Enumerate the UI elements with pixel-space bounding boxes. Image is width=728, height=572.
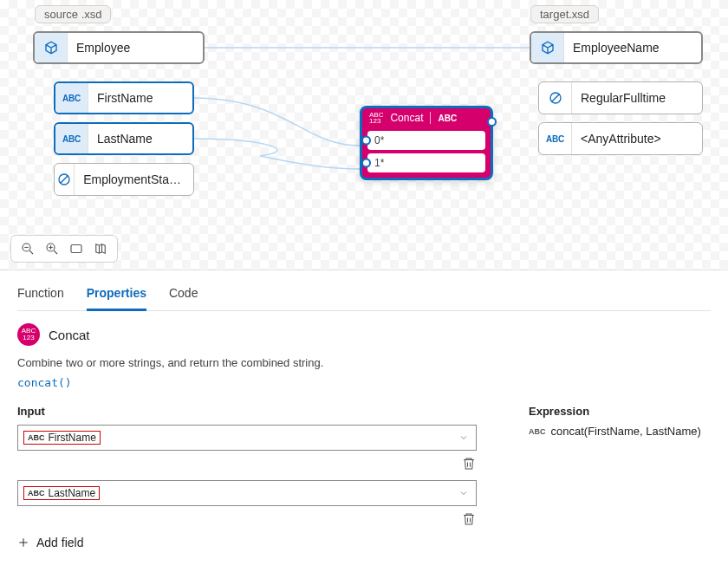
input-token: ABCFirstName <box>23 431 101 445</box>
tabs: Function Properties Code <box>17 281 711 311</box>
tab-properties[interactable]: Properties <box>87 281 146 311</box>
prohibited-icon <box>539 82 572 114</box>
tab-code[interactable]: Code <box>169 281 198 310</box>
plus-icon <box>17 536 29 549</box>
svg-rect-12 <box>71 245 81 253</box>
expression-value: ABC concat(FirstName, LastName) <box>529 425 711 438</box>
fit-view-button[interactable] <box>68 241 84 257</box>
mapping-canvas[interactable]: source .xsd target.xsd Employee ABC Firs… <box>0 0 728 270</box>
input-port[interactable] <box>361 136 371 146</box>
node-label: Employee <box>76 41 130 55</box>
minimap-button[interactable] <box>93 241 108 257</box>
input-select-0[interactable]: ABCFirstName <box>17 425 477 451</box>
inputs-heading: Input <box>17 405 477 418</box>
abc-icon: ABC <box>529 427 546 436</box>
add-field-button[interactable]: Add field <box>17 536 477 549</box>
abc-icon: ABC <box>55 124 88 153</box>
node-label: <AnyAttribute> <box>581 132 661 146</box>
delete-input-button[interactable] <box>461 511 477 527</box>
svg-line-4 <box>551 94 559 102</box>
function-node-concat[interactable]: ABC123 Concat ABC 0* 1* <box>360 106 493 180</box>
output-port[interactable] <box>487 117 497 127</box>
source-field-employmentstatus[interactable]: EmploymentSta… <box>54 163 194 196</box>
input-token: ABCLastName <box>23 486 100 500</box>
zoom-in-button[interactable] <box>44 241 60 257</box>
function-title: Concat <box>390 112 423 124</box>
prohibited-icon <box>55 164 75 195</box>
abc123-icon: ABC123 <box>369 112 383 124</box>
chevron-down-icon <box>458 488 469 498</box>
zoom-out-button[interactable] <box>20 241 36 257</box>
input-select-1[interactable]: ABCLastName <box>17 480 477 506</box>
delete-input-button[interactable] <box>461 456 477 471</box>
abc-icon: ABC <box>55 83 88 113</box>
source-field-firstname[interactable]: ABC FirstName <box>54 81 194 114</box>
function-description: Combine two or more strings, and return … <box>17 356 711 369</box>
source-schema-chip: source .xsd <box>35 5 111 23</box>
function-input-0[interactable]: 0* <box>367 131 485 150</box>
target-schema-chip: target.xsd <box>530 5 599 23</box>
svg-line-2 <box>61 176 68 184</box>
tab-function[interactable]: Function <box>17 281 64 310</box>
target-root-node[interactable]: EmployeeName <box>530 31 703 64</box>
node-label: FirstName <box>97 91 153 105</box>
source-root-node[interactable]: Employee <box>33 31 205 64</box>
cube-icon <box>35 33 68 62</box>
function-icon: ABC123 <box>17 323 40 346</box>
input-port[interactable] <box>361 159 371 168</box>
target-field-anyattribute[interactable]: ABC <AnyAttribute> <box>538 122 703 155</box>
source-field-lastname[interactable]: ABC LastName <box>54 122 194 155</box>
target-field-regularfulltime[interactable]: RegularFulltime <box>538 81 703 114</box>
svg-line-9 <box>54 250 57 254</box>
canvas-toolbar <box>10 235 118 263</box>
expression-heading: Expression <box>529 405 711 418</box>
cube-icon <box>531 33 564 62</box>
chevron-down-icon <box>458 432 469 443</box>
function-header: ABC123 Concat ABC <box>362 108 491 127</box>
function-input-1[interactable]: 1* <box>367 153 485 172</box>
node-label: LastName <box>97 132 153 146</box>
abc-icon: ABC <box>539 123 572 154</box>
node-label: EmployeeName <box>573 41 660 55</box>
node-label: RegularFulltime <box>581 91 666 105</box>
function-name: Concat <box>49 328 90 342</box>
node-label: EmploymentSta… <box>83 172 181 186</box>
function-signature: concat() <box>17 376 711 389</box>
svg-line-6 <box>29 250 33 254</box>
properties-panel: Function Properties Code ABC123 Concat C… <box>0 270 728 549</box>
